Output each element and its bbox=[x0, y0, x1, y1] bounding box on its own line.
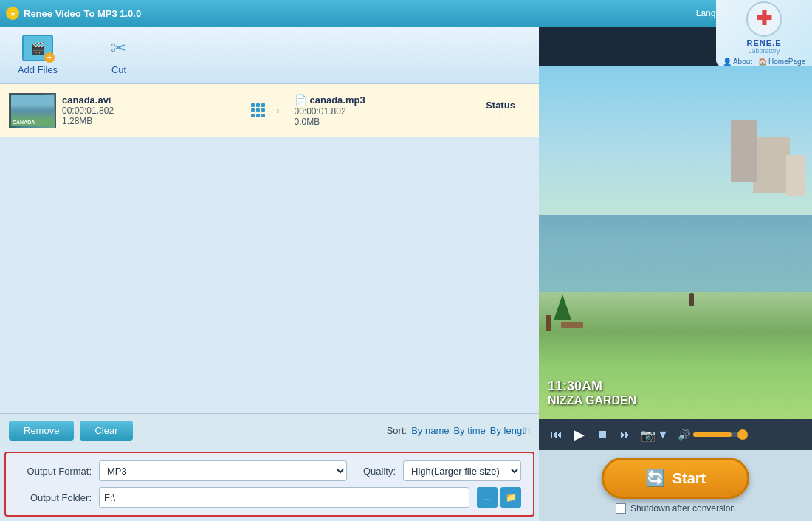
shutdown-row: Shutdown after conversion bbox=[616, 503, 735, 514]
sort-by-length[interactable]: By length bbox=[490, 425, 530, 436]
logo-sub: Labpratory bbox=[748, 47, 780, 55]
user-icon: 👤 bbox=[723, 58, 732, 66]
open-folder-button[interactable]: 📁 bbox=[500, 487, 521, 508]
output-file-info: 📄 canada.mp3 00:00:01.802 0.0MB bbox=[295, 94, 472, 127]
bench bbox=[561, 322, 583, 328]
logo-name: RENE.E bbox=[747, 38, 782, 47]
convert-arrow: → bbox=[251, 102, 283, 119]
homepage-link[interactable]: 🏠 HomePage bbox=[758, 58, 805, 66]
volume-fill bbox=[693, 432, 732, 437]
app-icon: ★ bbox=[6, 7, 19, 20]
volume-control: 🔊 bbox=[678, 429, 745, 441]
cut-icon: ✂ bbox=[103, 35, 134, 61]
logo-icon: ✚ bbox=[746, 1, 782, 37]
water-layer bbox=[539, 215, 812, 292]
skip-forward-button[interactable]: ⏭ bbox=[617, 427, 635, 443]
output-settings: Output Format: MP3 AAC WAV OGG Quality: … bbox=[4, 452, 534, 517]
add-files-icon: 🎬 bbox=[22, 35, 53, 61]
play-button[interactable]: ▶ bbox=[571, 425, 588, 444]
output-folder-input[interactable] bbox=[99, 487, 469, 508]
output-filename: 📄 canada.mp3 bbox=[295, 94, 472, 106]
app-title: Renee Video To MP3 1.0.0 bbox=[24, 8, 141, 19]
add-files-button[interactable]: 🎬 Add Files bbox=[12, 35, 63, 75]
status-header: Status bbox=[471, 100, 530, 111]
tree-trunk-1 bbox=[546, 315, 551, 331]
stop-button[interactable]: ⏹ bbox=[593, 427, 611, 443]
titlebar: ★ Renee Video To MP3 1.0.0 Language ▼ — … bbox=[0, 0, 812, 27]
preview-image: 11:30AM NIZZA GARDEN bbox=[539, 66, 812, 419]
tree-1 bbox=[554, 294, 571, 320]
about-link[interactable]: 👤 About bbox=[723, 58, 752, 66]
thumbnail-text: CANADA bbox=[13, 120, 35, 125]
camera-dropdown-icon: ▼ bbox=[657, 428, 669, 441]
video-preview: 11:30AM NIZZA GARDEN bbox=[539, 66, 812, 419]
toolbar: 🎬 Add Files ✂ Cut bbox=[0, 27, 539, 84]
folder-row: Output Folder: ... 📁 bbox=[18, 487, 521, 508]
shutdown-label: Shutdown after conversion bbox=[630, 503, 735, 514]
cut-label: Cut bbox=[111, 64, 126, 75]
logo-links: 👤 About 🏠 HomePage bbox=[723, 58, 805, 66]
add-files-label: Add Files bbox=[18, 64, 58, 75]
input-filename: canada.avi bbox=[62, 94, 239, 106]
volume-icon: 🔊 bbox=[678, 429, 690, 441]
preview-time: 11:30AM bbox=[548, 379, 636, 394]
start-label: Start bbox=[672, 470, 706, 487]
logo-area: ✚ RENE.E Labpratory 👤 About 🏠 HomePage bbox=[716, 0, 812, 66]
sort-label: Sort: bbox=[387, 425, 407, 436]
output-format-label: Output Format: bbox=[18, 466, 92, 477]
input-duration: 00:00:01.802 bbox=[62, 106, 239, 116]
volume-thumb[interactable] bbox=[737, 429, 748, 440]
bottom-controls: Remove Clear Sort: By name By time By le… bbox=[0, 413, 539, 447]
input-size: 1.28MB bbox=[62, 116, 239, 126]
status-column: Status - bbox=[471, 100, 530, 122]
clear-button[interactable]: Clear bbox=[80, 421, 132, 441]
browse-button[interactable]: ... bbox=[477, 487, 498, 508]
building-3 bbox=[786, 155, 805, 196]
file-list: CANADA canada.avi 00:00:01.802 1.28MB bbox=[0, 84, 539, 413]
arrow-dots-icon bbox=[251, 103, 265, 117]
refresh-icon: 🔄 bbox=[645, 469, 665, 488]
building-2 bbox=[731, 120, 757, 182]
output-file-icon: 📄 bbox=[295, 94, 307, 106]
camera-button[interactable]: 📷 ▼ bbox=[641, 428, 669, 442]
camera-icon: 📷 bbox=[641, 428, 656, 442]
logo-cross-icon: ✚ bbox=[756, 7, 772, 30]
person-silhouette bbox=[689, 293, 694, 306]
quality-select[interactable]: High(Larger file size) Medium Low bbox=[403, 460, 521, 481]
right-panel: ✚ RENE.E Labpratory 👤 About 🏠 HomePage bbox=[539, 27, 812, 521]
file-thumbnail: CANADA bbox=[9, 93, 56, 128]
player-controls: ⏮ ▶ ⏹ ⏭ 📷 ▼ 🔊 bbox=[539, 419, 812, 450]
volume-slider[interactable] bbox=[693, 432, 745, 437]
format-row: Output Format: MP3 AAC WAV OGG Quality: … bbox=[18, 460, 521, 481]
input-file-info: canada.avi 00:00:01.802 1.28MB bbox=[62, 94, 239, 126]
sort-area: Sort: By name By time By length bbox=[387, 425, 530, 436]
skip-back-button[interactable]: ⏮ bbox=[548, 427, 565, 443]
preview-location: NIZZA GARDEN bbox=[548, 394, 636, 407]
cut-button[interactable]: ✂ Cut bbox=[93, 35, 145, 75]
sort-by-time[interactable]: By time bbox=[453, 425, 485, 436]
home-icon: 🏠 bbox=[758, 58, 767, 66]
folder-buttons: ... 📁 bbox=[477, 487, 521, 508]
remove-button[interactable]: Remove bbox=[9, 421, 74, 441]
output-format-select[interactable]: MP3 AAC WAV OGG bbox=[99, 460, 347, 481]
status-badge: - bbox=[471, 111, 530, 122]
quality-label: Quality: bbox=[363, 466, 396, 477]
start-area: 🔄 Start Shutdown after conversion bbox=[539, 450, 812, 521]
preview-overlay: 11:30AM NIZZA GARDEN bbox=[548, 379, 636, 407]
building-1 bbox=[753, 137, 790, 193]
output-folder-label: Output Folder: bbox=[18, 492, 92, 503]
table-row[interactable]: CANADA canada.avi 00:00:01.802 1.28MB bbox=[0, 84, 539, 137]
sort-by-name[interactable]: By name bbox=[411, 425, 449, 436]
output-size: 0.0MB bbox=[295, 117, 472, 127]
shutdown-checkbox[interactable] bbox=[616, 503, 626, 514]
start-button[interactable]: 🔄 Start bbox=[602, 458, 749, 499]
output-duration: 00:00:01.802 bbox=[295, 106, 472, 117]
